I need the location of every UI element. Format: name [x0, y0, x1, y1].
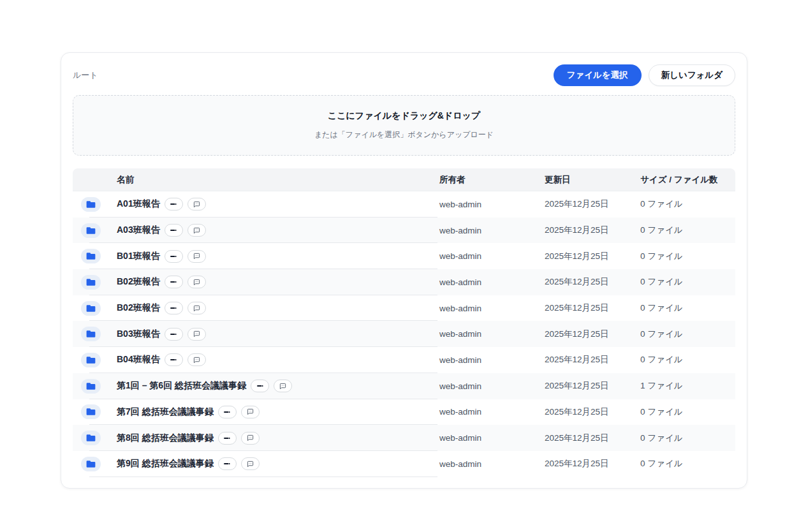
folder-name[interactable]: B03班報告 [117, 329, 160, 340]
owner-cell: web-admin [433, 277, 538, 287]
size-cell: 0 ファイル [634, 406, 735, 418]
updated-cell: 2025年12月25日 [538, 432, 634, 444]
size-cell: 0 ファイル [634, 354, 735, 366]
comment-bubble-icon [193, 357, 200, 364]
comment-button[interactable] [187, 224, 206, 237]
folder-name[interactable]: B04班報告 [117, 354, 160, 366]
comment-bubble-icon [247, 461, 254, 468]
pencil-icon [169, 277, 178, 286]
table-row[interactable]: B01班報告 web-admin [73, 243, 735, 269]
updated-cell: 2025年12月25日 [538, 198, 634, 210]
table-row[interactable]: A03班報告 web-admin [73, 218, 735, 244]
comment-bubble-icon [193, 253, 200, 260]
owner-cell: web-admin [433, 433, 538, 443]
folder-icon [81, 379, 101, 394]
owner-cell: web-admin [433, 226, 538, 235]
comment-button[interactable] [187, 302, 206, 314]
folder-icon [81, 431, 101, 445]
table-row[interactable]: B03班報告 web-admin [73, 321, 735, 347]
table-row[interactable]: 第1回 – 第6回 総括班会議議事録 [73, 373, 735, 399]
table-row[interactable]: B02班報告 web-admin [73, 295, 735, 321]
comment-bubble-icon [193, 279, 200, 286]
toolbar-actions: ファイルを選択 新しいフォルダ [554, 64, 736, 86]
folder-icon [81, 249, 101, 263]
folder-name[interactable]: B02班報告 [117, 276, 160, 288]
owner-column-header: 所有者 [433, 174, 538, 186]
updated-cell: 2025年12月25日 [538, 380, 634, 392]
table-row[interactable]: 第9回 総括班会議議事録 web-a [73, 451, 735, 477]
rename-button[interactable] [165, 198, 183, 211]
pencil-icon [169, 355, 178, 364]
folder-name[interactable]: 第8回 総括班会議議事録 [117, 432, 214, 444]
folder-name[interactable]: 第7回 総括班会議議事録 [117, 406, 214, 418]
table-body: A01班報告 web-admin [73, 191, 735, 477]
comment-bubble-icon [279, 383, 286, 390]
updated-cell: 2025年12月25日 [538, 276, 634, 288]
comment-button[interactable] [241, 406, 260, 418]
comment-bubble-icon [247, 408, 254, 415]
comment-button[interactable] [187, 198, 206, 211]
file-table: 名前 所有者 更新日 サイズ / ファイル数 A01班報告 [73, 168, 735, 477]
folder-name[interactable]: B02班報告 [117, 302, 160, 314]
table-row[interactable]: A01班報告 web-admin [73, 191, 735, 218]
folder-name[interactable]: A03班報告 [117, 225, 160, 236]
comment-button[interactable] [241, 432, 260, 445]
rename-button[interactable] [218, 457, 237, 470]
owner-cell: web-admin [433, 200, 538, 209]
comment-button[interactable] [187, 250, 206, 263]
pencil-icon [255, 381, 264, 390]
table-row[interactable]: 第7回 総括班会議議事録 web-a [73, 399, 735, 425]
folder-icon [81, 353, 101, 367]
comment-button[interactable] [241, 457, 260, 470]
owner-cell: web-admin [433, 459, 538, 469]
rename-button[interactable] [218, 406, 237, 418]
breadcrumb[interactable]: ルート [73, 70, 98, 81]
folder-name[interactable]: B01班報告 [117, 251, 160, 262]
size-cell: 0 ファイル [634, 198, 735, 210]
pencil-icon [169, 330, 178, 339]
comment-button[interactable] [187, 328, 206, 341]
rename-button[interactable] [165, 250, 183, 263]
pencil-icon [223, 408, 231, 417]
file-manager-card: ルート ファイルを選択 新しいフォルダ ここにファイルをドラッグ&ドロップ また… [61, 52, 747, 489]
rename-button[interactable] [218, 432, 237, 445]
owner-cell: web-admin [433, 251, 538, 261]
folder-name[interactable]: 第9回 総括班会議議事録 [117, 458, 214, 469]
size-cell: 0 ファイル [634, 225, 735, 236]
owner-cell: web-admin [433, 304, 538, 313]
rename-button[interactable] [251, 380, 269, 392]
rename-button[interactable] [165, 276, 183, 288]
folder-name[interactable]: 第1回 – 第6回 総括班会議議事録 [117, 380, 246, 392]
comment-button[interactable] [187, 353, 206, 366]
rename-button[interactable] [165, 224, 183, 237]
dropzone-subtitle: または「ファイルを選択」ボタンからアップロード [314, 129, 494, 140]
rename-button[interactable] [165, 302, 183, 314]
updated-cell: 2025年12月25日 [538, 329, 634, 340]
pencil-icon [169, 226, 178, 235]
rename-button[interactable] [165, 353, 183, 366]
folder-icon [81, 404, 101, 419]
owner-cell: web-admin [433, 329, 538, 339]
comment-bubble-icon [193, 201, 200, 208]
comment-button[interactable] [187, 276, 206, 288]
folder-name[interactable]: A01班報告 [117, 198, 160, 210]
owner-cell: web-admin [433, 381, 538, 391]
rename-button[interactable] [165, 328, 183, 341]
pencil-icon [169, 304, 178, 313]
owner-cell: web-admin [433, 407, 538, 417]
select-files-button[interactable]: ファイルを選択 [554, 64, 642, 86]
size-cell: 1 ファイル [634, 380, 735, 392]
folder-icon [81, 197, 101, 212]
comment-bubble-icon [193, 330, 200, 337]
pencil-icon [223, 433, 231, 442]
updated-cell: 2025年12月25日 [538, 302, 634, 314]
table-row[interactable]: 第8回 総括班会議議事録 web-a [73, 425, 735, 451]
file-dropzone[interactable]: ここにファイルをドラッグ&ドロップ または「ファイルを選択」ボタンからアップロー… [73, 95, 735, 156]
new-folder-button[interactable]: 新しいフォルダ [649, 64, 735, 86]
updated-cell: 2025年12月25日 [538, 458, 634, 469]
table-header: 名前 所有者 更新日 サイズ / ファイル数 [73, 168, 735, 191]
owner-cell: web-admin [433, 355, 538, 365]
table-row[interactable]: B02班報告 web-admin [73, 269, 735, 295]
table-row[interactable]: B04班報告 web-admin [73, 347, 735, 373]
comment-button[interactable] [274, 380, 292, 392]
